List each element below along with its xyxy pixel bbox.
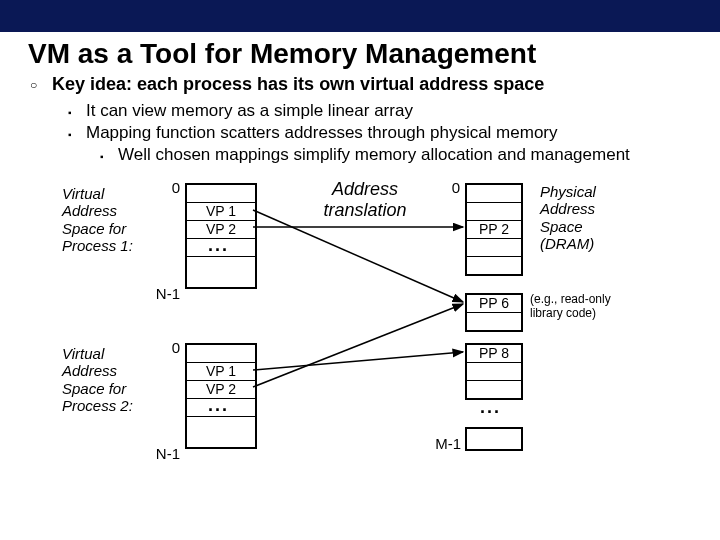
phys-table-end — [465, 427, 523, 451]
bullet-l1: ○ Key idea: each process has its own vir… — [30, 74, 720, 95]
phys-table-bot: PP 8 — [465, 343, 523, 400]
bullet-marker-icon: ▪ — [68, 129, 86, 140]
readonly-note: (e.g., read-only library code) — [530, 293, 650, 321]
table-row — [187, 256, 255, 287]
bullet-marker-icon: ○ — [30, 78, 52, 92]
bullet-l1-text: Key idea: each process has its own virtu… — [52, 74, 544, 95]
title-bar — [0, 0, 720, 32]
table-row: PP 6 — [467, 295, 521, 313]
table-row: VP 1 — [187, 203, 255, 221]
phys-label: Physical Address Space (DRAM) — [540, 183, 630, 252]
bullet-l2a: ▪ It can view memory as a simple linear … — [68, 101, 720, 121]
table-row: PP 8 — [467, 345, 521, 363]
vas1-index-bot: N-1 — [150, 285, 180, 302]
svg-line-2 — [253, 352, 463, 370]
slide-title: VM as a Tool for Memory Management — [28, 38, 720, 70]
table-row — [467, 429, 521, 446]
table-row: VP 1 — [187, 363, 255, 381]
table-row — [187, 416, 255, 447]
address-translation-label: Address translation — [310, 179, 420, 220]
vas1-index-top: 0 — [160, 179, 180, 196]
svg-line-0 — [253, 210, 463, 302]
table-row — [467, 257, 521, 274]
bullet-l2a-text: It can view memory as a simple linear ar… — [86, 101, 413, 121]
vas2-label: Virtual Address Space for Process 2: — [62, 345, 152, 414]
vas2-index-top: 0 — [160, 339, 180, 356]
table-row: PP 2 — [467, 221, 521, 239]
phys-table-mid: PP 6 — [465, 293, 523, 332]
phys-index-top: 0 — [440, 179, 460, 196]
bullet-l3a-text: Well chosen mappings simplify memory all… — [118, 145, 630, 165]
bullet-l2b: ▪ Mapping function scatters addresses th… — [68, 123, 720, 143]
bullet-l3a: ▪ Well chosen mappings simplify memory a… — [100, 145, 720, 165]
diagram: Virtual Address Space for Process 1: 0 V… — [0, 175, 720, 495]
bullet-l2b-text: Mapping function scatters addresses thro… — [86, 123, 558, 143]
vas1-label: Virtual Address Space for Process 1: — [62, 185, 152, 254]
table-row — [467, 363, 521, 381]
table-row — [187, 185, 255, 203]
bullet-marker-icon: ▪ — [100, 151, 118, 162]
ellipsis-icon: ... — [480, 397, 501, 418]
vas2-index-bot: N-1 — [150, 445, 180, 462]
svg-line-3 — [253, 304, 463, 387]
table-row — [467, 381, 521, 398]
table-row — [187, 345, 255, 363]
table-row — [467, 239, 521, 257]
table-row — [467, 203, 521, 221]
phys-index-bot: M-1 — [427, 435, 461, 452]
table-row — [467, 313, 521, 330]
table-row — [467, 185, 521, 203]
phys-table-top: PP 2 — [465, 183, 523, 276]
ellipsis-icon: ... — [208, 235, 229, 256]
bullet-list: ○ Key idea: each process has its own vir… — [30, 74, 720, 165]
ellipsis-icon: ... — [208, 395, 229, 416]
bullet-marker-icon: ▪ — [68, 107, 86, 118]
